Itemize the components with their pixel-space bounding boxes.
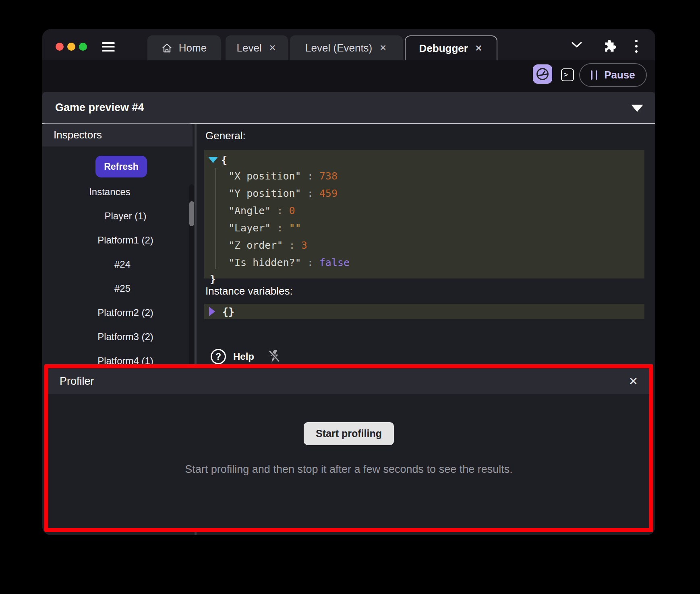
- instance-variables-view[interactable]: {}: [204, 304, 644, 319]
- json-colon: :: [301, 188, 319, 199]
- sidebar-item-platform3[interactable]: Platform3 (2): [42, 325, 193, 349]
- hamburger-menu-icon[interactable]: [102, 42, 115, 52]
- json-colon: :: [271, 222, 289, 234]
- tab-level[interactable]: Level ✕: [226, 35, 288, 60]
- debugger-toolbar: > Pause: [42, 60, 655, 92]
- json-key: "Layer": [228, 222, 271, 234]
- json-colon: :: [283, 239, 301, 251]
- json-key: "X position": [228, 170, 301, 182]
- home-icon: [162, 43, 172, 54]
- sidebar-item-player[interactable]: Player (1): [42, 204, 193, 228]
- profiler-title: Profiler: [60, 375, 94, 388]
- general-section-label: General:: [205, 130, 246, 142]
- tab-home[interactable]: Home: [147, 35, 221, 60]
- json-key: "Y position": [228, 188, 301, 199]
- json-property-angle[interactable]: "Angle" : 0: [228, 202, 644, 219]
- tab-close-icon[interactable]: ✕: [379, 43, 387, 53]
- inspectors-header: Inspectors: [42, 124, 193, 146]
- sidebar-item-label: Platform3 (2): [97, 331, 153, 342]
- help-label[interactable]: Help: [233, 351, 254, 362]
- minimize-window-button[interactable]: [67, 43, 75, 51]
- titlebar: Home Level ✕ Level (Events) ✕ Debugger ✕: [42, 29, 655, 60]
- json-body: "X position" : 738 "Y position" : 459 "A…: [204, 167, 644, 271]
- refresh-button[interactable]: Refresh: [95, 156, 147, 177]
- general-json-view: { "X position" : 738 "Y position" : 459 …: [204, 150, 644, 278]
- sidebar-item-label: Platform1 (2): [97, 235, 153, 246]
- profiler-body: Start profiling Start profiling and then…: [48, 394, 649, 528]
- sidebar-item-instance-25[interactable]: #25: [42, 276, 193, 301]
- json-property-zorder[interactable]: "Z order" : 3: [228, 237, 644, 254]
- profiler-panel: Profiler ✕ Start profiling Start profili…: [44, 364, 653, 532]
- zoom-window-button[interactable]: [79, 43, 87, 51]
- profiler-message: Start profiling and then stop it after a…: [48, 463, 649, 476]
- help-question-icon[interactable]: ?: [211, 349, 226, 364]
- sidebar-item-platform2[interactable]: Platform2 (2): [42, 301, 193, 325]
- close-window-button[interactable]: [56, 43, 64, 51]
- instance-variables-value: {}: [222, 306, 234, 318]
- json-key: "Angle": [228, 205, 271, 217]
- json-value: false: [319, 257, 350, 268]
- window-controls: [56, 43, 87, 51]
- sidebar-item-platform1[interactable]: Platform1 (2): [42, 228, 193, 252]
- json-property-hidden[interactable]: "Is hidden?" : false: [228, 254, 644, 271]
- kebab-menu-icon[interactable]: [635, 40, 638, 53]
- sidebar-item-label: #24: [114, 259, 130, 270]
- json-colon: :: [271, 205, 289, 217]
- sidebar-scrollbar-thumb[interactable]: [189, 201, 194, 226]
- tab-level-events[interactable]: Level (Events) ✕: [290, 35, 403, 60]
- inspectors-tree: Instances Player (1) Platform1 (2) #24 #…: [42, 180, 193, 373]
- tab-close-icon[interactable]: ✕: [474, 43, 483, 53]
- caret-down-icon[interactable]: [631, 105, 643, 112]
- json-key: "Is hidden?": [228, 257, 301, 268]
- json-value: "": [289, 222, 301, 234]
- game-preview-bar[interactable]: Game preview #4: [42, 92, 655, 124]
- open-brace: {: [221, 154, 227, 166]
- pause-button[interactable]: Pause: [579, 63, 647, 87]
- sidebar-item-label: Platform2 (2): [97, 307, 153, 318]
- sidebar-item-instances[interactable]: Instances: [42, 180, 193, 204]
- profiler-header: Profiler ✕: [48, 368, 649, 394]
- console-icon[interactable]: >: [561, 68, 574, 81]
- pause-label: Pause: [604, 69, 635, 81]
- json-property-x[interactable]: "X position" : 738: [228, 167, 644, 185]
- sidebar-item-label: Player (1): [104, 210, 146, 222]
- chevron-down-icon[interactable]: [571, 41, 582, 48]
- json-property-layer[interactable]: "Layer" : "": [228, 219, 644, 237]
- tab-debugger[interactable]: Debugger ✕: [405, 35, 497, 60]
- puzzle-extension-icon[interactable]: [602, 39, 617, 54]
- json-key: "Z order": [228, 239, 283, 251]
- tab-label: Level (Events): [305, 42, 372, 54]
- screen-background: Home Level ✕ Level (Events) ✕ Debugger ✕: [0, 0, 700, 594]
- profiler-close-icon[interactable]: ✕: [629, 375, 638, 388]
- flash-off-icon[interactable]: [269, 349, 281, 364]
- sidebar-item-label: Instances: [89, 186, 130, 198]
- json-colon: :: [301, 170, 319, 182]
- tab-label: Debugger: [419, 42, 468, 55]
- app-window: Home Level ✕ Level (Events) ✕ Debugger ✕: [42, 29, 655, 535]
- close-brace: }: [204, 271, 644, 287]
- tab-label: Level: [237, 42, 262, 54]
- json-property-y[interactable]: "Y position" : 459: [228, 185, 644, 202]
- game-preview-title: Game preview #4: [55, 101, 144, 114]
- pause-icon: [591, 70, 597, 80]
- sidebar-item-instance-24[interactable]: #24: [42, 252, 193, 276]
- json-value: 459: [319, 188, 338, 199]
- collapse-arrow-icon[interactable]: [209, 307, 215, 316]
- json-value: 3: [301, 239, 307, 251]
- instance-variables-label: Instance variables:: [205, 285, 293, 297]
- profiler-gauge-icon[interactable]: [533, 64, 552, 84]
- sidebar-item-label: #25: [114, 283, 130, 294]
- start-profiling-button[interactable]: Start profiling: [304, 422, 394, 445]
- json-root-row[interactable]: {: [204, 152, 644, 167]
- help-row: ? Help: [211, 348, 281, 365]
- json-value: 0: [289, 205, 295, 217]
- json-value: 738: [319, 170, 338, 182]
- expand-arrow-icon[interactable]: [208, 157, 218, 163]
- json-colon: :: [301, 257, 319, 268]
- tab-close-icon[interactable]: ✕: [268, 43, 277, 53]
- tab-label: Home: [179, 42, 207, 54]
